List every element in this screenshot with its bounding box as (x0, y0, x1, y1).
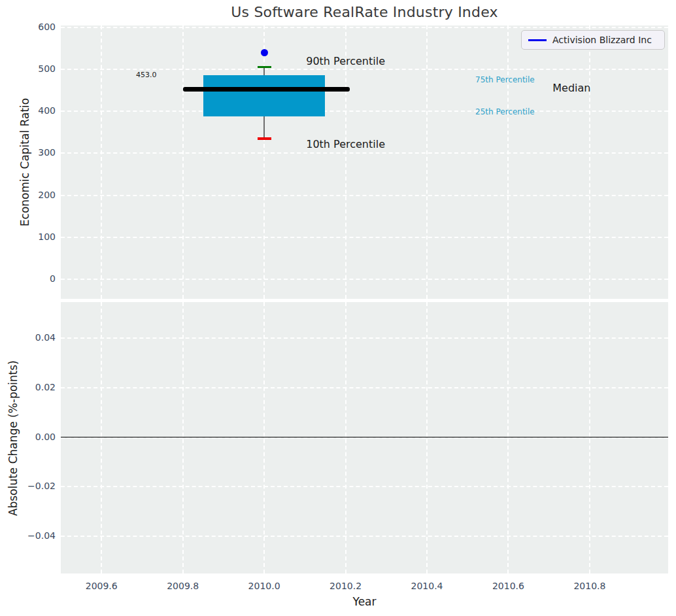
grid-line-vertical (589, 26, 590, 299)
y-tick-label-bottom: 0.00 (0, 432, 56, 442)
y-tick-label-top: 400 (0, 105, 56, 116)
x-tick-label: 2010.8 (560, 581, 619, 591)
y-tick-label-bottom: 0.02 (0, 382, 56, 392)
grid-line-horizontal (61, 387, 668, 388)
x-tick-label: 2010.2 (316, 581, 375, 591)
x-tick-label: 2010.0 (235, 581, 294, 591)
legend-line-sample (528, 39, 547, 41)
p10-cap (258, 137, 271, 140)
chart-figure: Us Software RealRate Industry Index Econ… (0, 0, 676, 616)
y-tick-label-bottom: −0.02 (0, 481, 56, 491)
grid-line-horizontal (61, 337, 668, 339)
y-tick-label-top: 300 (0, 147, 56, 158)
x-tick-label: 2010.4 (397, 581, 456, 591)
grid-line-horizontal (61, 27, 668, 28)
annotation-median: Median (552, 82, 590, 94)
y-tick-label-top: 200 (0, 190, 56, 200)
grid-line-horizontal (61, 237, 668, 238)
p90-cap (258, 66, 271, 69)
annotation-90th-percentile: 90th Percentile (306, 54, 385, 67)
y-tick-label-bottom: 0.04 (0, 332, 56, 343)
top-axes: 453.090th Percentile10th Percentile75th … (61, 26, 668, 299)
annotation-10th-percentile: 10th Percentile (306, 138, 385, 150)
iqr-box (203, 75, 326, 116)
grid-line-horizontal (61, 111, 668, 112)
chart-title: Us Software RealRate Industry Index (61, 4, 668, 20)
grid-line-horizontal (61, 279, 668, 280)
legend: Activision Blizzard Inc (521, 30, 665, 50)
y-tick-label-top: 0 (0, 273, 56, 284)
grid-line-vertical (507, 26, 509, 299)
company-data-point (261, 49, 268, 56)
grid-line-vertical (101, 26, 102, 299)
grid-line-vertical (182, 26, 184, 299)
annotation-453-0: 453.0 (136, 70, 157, 78)
annotation-25th-percentile: 25th Percentile (475, 107, 535, 116)
x-tick-label: 2009.6 (72, 581, 131, 591)
x-axis-label: Year (61, 595, 668, 608)
bottom-axes (61, 302, 668, 573)
grid-line-horizontal (61, 152, 668, 154)
y-tick-label-top: 500 (0, 63, 56, 74)
y-tick-label-top: 100 (0, 231, 56, 242)
grid-line-horizontal (61, 195, 668, 196)
x-tick-label: 2010.6 (479, 581, 537, 591)
grid-line-horizontal (61, 486, 668, 487)
grid-line-vertical (426, 26, 428, 299)
x-tick-label: 2009.8 (154, 581, 212, 591)
y-axis-label-top: Economic Capital Ratio (18, 98, 31, 226)
y-tick-label-bottom: −0.04 (0, 530, 56, 541)
zero-line (61, 437, 668, 438)
legend-label: Activision Blizzard Inc (552, 35, 652, 45)
median-line (183, 87, 350, 92)
y-tick-label-top: 600 (0, 22, 56, 32)
grid-line-horizontal (61, 536, 668, 537)
annotation-75th-percentile: 75th Percentile (475, 75, 535, 84)
